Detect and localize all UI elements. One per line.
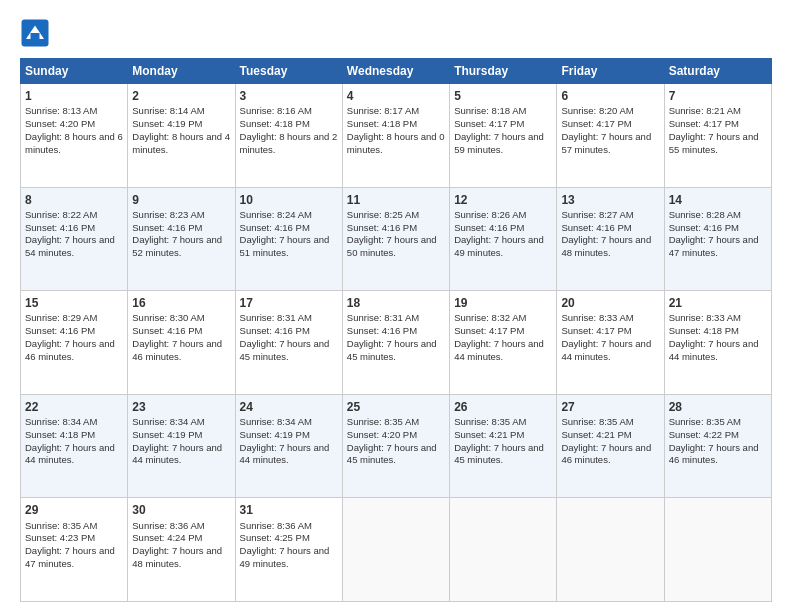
daylight-text: Daylight: 7 hours and 50 minutes. <box>347 234 437 258</box>
sunrise-text: Sunrise: 8:31 AM <box>347 312 419 323</box>
sunset-text: Sunset: 4:17 PM <box>669 118 739 129</box>
svg-rect-2 <box>31 33 40 39</box>
calendar-cell: 26Sunrise: 8:35 AMSunset: 4:21 PMDayligh… <box>450 394 557 498</box>
day-number: 13 <box>561 192 659 208</box>
sunset-text: Sunset: 4:24 PM <box>132 532 202 543</box>
calendar-cell: 7Sunrise: 8:21 AMSunset: 4:17 PMDaylight… <box>664 84 771 188</box>
day-number: 14 <box>669 192 767 208</box>
sunrise-text: Sunrise: 8:21 AM <box>669 105 741 116</box>
calendar-cell: 23Sunrise: 8:34 AMSunset: 4:19 PMDayligh… <box>128 394 235 498</box>
daylight-text: Daylight: 7 hours and 49 minutes. <box>454 234 544 258</box>
daylight-text: Daylight: 7 hours and 49 minutes. <box>240 545 330 569</box>
calendar-cell: 12Sunrise: 8:26 AMSunset: 4:16 PMDayligh… <box>450 187 557 291</box>
day-number: 21 <box>669 295 767 311</box>
col-header-saturday: Saturday <box>664 59 771 84</box>
sunrise-text: Sunrise: 8:14 AM <box>132 105 204 116</box>
calendar-cell: 19Sunrise: 8:32 AMSunset: 4:17 PMDayligh… <box>450 291 557 395</box>
calendar-cell: 27Sunrise: 8:35 AMSunset: 4:21 PMDayligh… <box>557 394 664 498</box>
sunset-text: Sunset: 4:19 PM <box>132 118 202 129</box>
sunset-text: Sunset: 4:16 PM <box>669 222 739 233</box>
calendar-cell: 11Sunrise: 8:25 AMSunset: 4:16 PMDayligh… <box>342 187 449 291</box>
sunset-text: Sunset: 4:20 PM <box>347 429 417 440</box>
sunset-text: Sunset: 4:17 PM <box>454 325 524 336</box>
daylight-text: Daylight: 7 hours and 45 minutes. <box>240 338 330 362</box>
daylight-text: Daylight: 7 hours and 51 minutes. <box>240 234 330 258</box>
sunrise-text: Sunrise: 8:30 AM <box>132 312 204 323</box>
calendar-cell: 16Sunrise: 8:30 AMSunset: 4:16 PMDayligh… <box>128 291 235 395</box>
sunset-text: Sunset: 4:17 PM <box>561 118 631 129</box>
calendar-cell: 10Sunrise: 8:24 AMSunset: 4:16 PMDayligh… <box>235 187 342 291</box>
calendar-table: SundayMondayTuesdayWednesdayThursdayFrid… <box>20 58 772 602</box>
calendar-cell: 3Sunrise: 8:16 AMSunset: 4:18 PMDaylight… <box>235 84 342 188</box>
sunrise-text: Sunrise: 8:16 AM <box>240 105 312 116</box>
sunrise-text: Sunrise: 8:13 AM <box>25 105 97 116</box>
day-number: 1 <box>25 88 123 104</box>
calendar-cell: 21Sunrise: 8:33 AMSunset: 4:18 PMDayligh… <box>664 291 771 395</box>
calendar-cell: 31Sunrise: 8:36 AMSunset: 4:25 PMDayligh… <box>235 498 342 602</box>
daylight-text: Daylight: 7 hours and 44 minutes. <box>454 338 544 362</box>
col-header-tuesday: Tuesday <box>235 59 342 84</box>
day-number: 27 <box>561 399 659 415</box>
daylight-text: Daylight: 7 hours and 55 minutes. <box>669 131 759 155</box>
calendar-cell: 25Sunrise: 8:35 AMSunset: 4:20 PMDayligh… <box>342 394 449 498</box>
day-number: 4 <box>347 88 445 104</box>
calendar-week-5: 29Sunrise: 8:35 AMSunset: 4:23 PMDayligh… <box>21 498 772 602</box>
daylight-text: Daylight: 7 hours and 44 minutes. <box>25 442 115 466</box>
daylight-text: Daylight: 8 hours and 2 minutes. <box>240 131 338 155</box>
calendar-cell: 13Sunrise: 8:27 AMSunset: 4:16 PMDayligh… <box>557 187 664 291</box>
logo-icon <box>20 18 50 48</box>
day-number: 3 <box>240 88 338 104</box>
daylight-text: Daylight: 7 hours and 52 minutes. <box>132 234 222 258</box>
sunrise-text: Sunrise: 8:20 AM <box>561 105 633 116</box>
sunrise-text: Sunrise: 8:36 AM <box>132 520 204 531</box>
daylight-text: Daylight: 7 hours and 46 minutes. <box>25 338 115 362</box>
daylight-text: Daylight: 7 hours and 45 minutes. <box>347 338 437 362</box>
day-number: 31 <box>240 502 338 518</box>
calendar-cell <box>557 498 664 602</box>
calendar-cell: 20Sunrise: 8:33 AMSunset: 4:17 PMDayligh… <box>557 291 664 395</box>
daylight-text: Daylight: 7 hours and 48 minutes. <box>132 545 222 569</box>
calendar-cell: 4Sunrise: 8:17 AMSunset: 4:18 PMDaylight… <box>342 84 449 188</box>
sunset-text: Sunset: 4:16 PM <box>347 325 417 336</box>
daylight-text: Daylight: 7 hours and 59 minutes. <box>454 131 544 155</box>
sunrise-text: Sunrise: 8:35 AM <box>561 416 633 427</box>
sunset-text: Sunset: 4:17 PM <box>454 118 524 129</box>
sunset-text: Sunset: 4:16 PM <box>25 222 95 233</box>
sunrise-text: Sunrise: 8:35 AM <box>25 520 97 531</box>
daylight-text: Daylight: 7 hours and 57 minutes. <box>561 131 651 155</box>
sunset-text: Sunset: 4:16 PM <box>561 222 631 233</box>
calendar-cell: 5Sunrise: 8:18 AMSunset: 4:17 PMDaylight… <box>450 84 557 188</box>
sunset-text: Sunset: 4:16 PM <box>132 325 202 336</box>
day-number: 9 <box>132 192 230 208</box>
calendar-cell: 8Sunrise: 8:22 AMSunset: 4:16 PMDaylight… <box>21 187 128 291</box>
sunset-text: Sunset: 4:18 PM <box>25 429 95 440</box>
day-number: 18 <box>347 295 445 311</box>
day-number: 30 <box>132 502 230 518</box>
sunset-text: Sunset: 4:23 PM <box>25 532 95 543</box>
sunset-text: Sunset: 4:18 PM <box>347 118 417 129</box>
sunrise-text: Sunrise: 8:35 AM <box>454 416 526 427</box>
daylight-text: Daylight: 8 hours and 0 minutes. <box>347 131 445 155</box>
sunrise-text: Sunrise: 8:34 AM <box>25 416 97 427</box>
sunrise-text: Sunrise: 8:35 AM <box>669 416 741 427</box>
daylight-text: Daylight: 7 hours and 46 minutes. <box>132 338 222 362</box>
daylight-text: Daylight: 8 hours and 4 minutes. <box>132 131 230 155</box>
daylight-text: Daylight: 7 hours and 46 minutes. <box>669 442 759 466</box>
daylight-text: Daylight: 7 hours and 44 minutes. <box>132 442 222 466</box>
sunset-text: Sunset: 4:19 PM <box>132 429 202 440</box>
calendar-cell: 17Sunrise: 8:31 AMSunset: 4:16 PMDayligh… <box>235 291 342 395</box>
day-number: 7 <box>669 88 767 104</box>
calendar-week-4: 22Sunrise: 8:34 AMSunset: 4:18 PMDayligh… <box>21 394 772 498</box>
calendar-cell: 28Sunrise: 8:35 AMSunset: 4:22 PMDayligh… <box>664 394 771 498</box>
day-number: 19 <box>454 295 552 311</box>
sunrise-text: Sunrise: 8:29 AM <box>25 312 97 323</box>
col-header-sunday: Sunday <box>21 59 128 84</box>
sunrise-text: Sunrise: 8:34 AM <box>240 416 312 427</box>
sunrise-text: Sunrise: 8:34 AM <box>132 416 204 427</box>
day-number: 20 <box>561 295 659 311</box>
calendar-header-row: SundayMondayTuesdayWednesdayThursdayFrid… <box>21 59 772 84</box>
sunset-text: Sunset: 4:16 PM <box>25 325 95 336</box>
sunset-text: Sunset: 4:17 PM <box>561 325 631 336</box>
sunrise-text: Sunrise: 8:27 AM <box>561 209 633 220</box>
daylight-text: Daylight: 8 hours and 6 minutes. <box>25 131 123 155</box>
